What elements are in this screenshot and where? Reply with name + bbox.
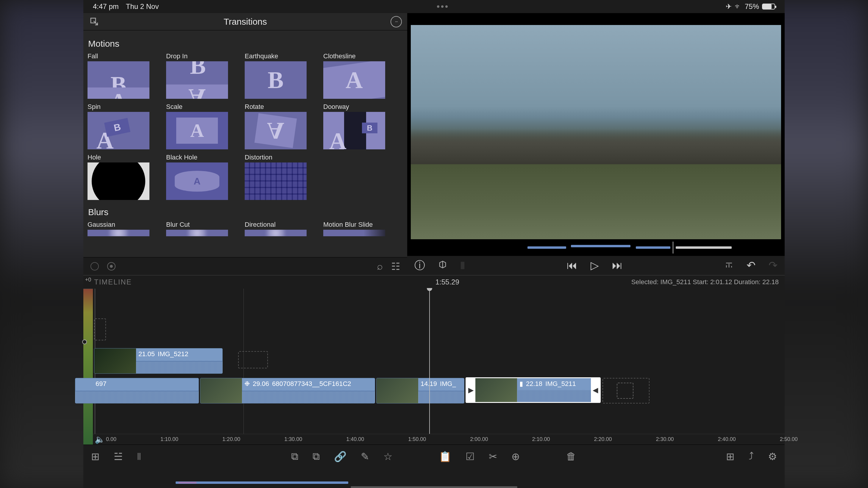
gear-icon[interactable]: ⚙ <box>768 451 777 462</box>
viewer-preview[interactable] <box>411 25 781 239</box>
trash-icon[interactable]: 🗑 <box>566 451 576 462</box>
timeline-offset: +0 <box>83 275 93 289</box>
viewer-mini-timeline[interactable] <box>407 239 785 256</box>
transition-distortion[interactable]: Distortion <box>245 154 307 200</box>
home-indicator[interactable] <box>351 486 517 488</box>
transitions-panel: Transitions ··· Motions FallBA Drop InBA… <box>83 13 407 275</box>
bars-icon[interactable]: ⦀ <box>137 451 141 462</box>
info-icon[interactable]: ⓘ <box>414 258 425 273</box>
check-icon[interactable]: ☑ <box>466 451 474 462</box>
transition-drop-in[interactable]: Drop InBA <box>166 53 228 99</box>
plus-icon[interactable]: ⊕ <box>512 451 520 462</box>
playhead[interactable] <box>429 289 430 434</box>
status-time: 4:47 pm <box>93 2 119 11</box>
section-blurs: Blurs <box>88 207 403 217</box>
stabilize-icon: ❉ <box>244 380 250 388</box>
clipboard-icon[interactable]: 📋 <box>439 451 451 462</box>
align-icon[interactable]: ⫴ <box>460 259 465 272</box>
tools-icon[interactable] <box>724 259 734 272</box>
next-icon[interactable]: ⏭ <box>612 259 623 272</box>
bottom-toolbar: ⊞ ☱ ⦀ ⧉ ⧉ 🔗 ✎ ☆ 📋 ☑ ✂ ⊕ 🗑 ⊞ ⤴ ⚙ <box>83 445 785 468</box>
transition-spin[interactable]: SpinAB <box>88 103 149 150</box>
share-icon[interactable]: ⤴ <box>749 451 754 462</box>
timeline-tracks[interactable]: 21.05IMG_5212 697 ❉29.0668070877343__5CF… <box>93 289 785 445</box>
transition-black-hole[interactable]: Black HoleA <box>166 154 228 200</box>
panel-title: Transitions <box>100 17 391 27</box>
pencil-icon[interactable]: ✎ <box>361 451 369 462</box>
transition-rotate[interactable]: RotateA <box>245 103 307 150</box>
timeline-current-time: 1:55.29 <box>435 278 459 286</box>
scissors-icon[interactable]: ✂ <box>489 451 497 462</box>
clip-img-5212[interactable]: 21.05IMG_5212 <box>94 348 223 374</box>
transition-clothesline[interactable]: ClotheslineA <box>323 53 385 99</box>
search-icon[interactable]: ⌕ <box>377 260 383 272</box>
clip-68070877343[interactable]: ❉29.0668070877343__5CF161C2 <box>200 378 375 403</box>
record-icon[interactable] <box>107 262 116 270</box>
timeline-ruler[interactable]: 🔈 0.00 1:10.00 1:20.00 1:30.00 1:40.00 1… <box>93 434 785 445</box>
clip-697[interactable]: 697 <box>75 378 199 403</box>
add-clip-icon[interactable]: ⊞ <box>91 451 99 462</box>
grid-icon[interactable]: ⊞ <box>726 451 734 462</box>
star-icon[interactable]: ☆ <box>383 451 392 462</box>
rect2-icon[interactable]: ⧉ <box>313 451 320 462</box>
clip-img-5211[interactable]: ▶ ▮22.18IMG_5211 ◀ <box>466 377 601 403</box>
transition-scale[interactable]: ScaleA <box>166 103 228 150</box>
timeline-label: TIMELINE <box>94 278 132 286</box>
status-date: Thu 2 Nov <box>126 2 159 11</box>
link-icon[interactable]: 🔗 <box>334 451 346 462</box>
reel-icon[interactable] <box>438 259 447 272</box>
transition-blur-cut[interactable]: Blur Cut <box>166 221 228 236</box>
transition-directional[interactable]: Directional <box>245 221 307 236</box>
camera-icon: ▮ <box>520 380 523 388</box>
transition-doorway[interactable]: DoorwayAB <box>323 103 385 150</box>
viewer: ⓘ ⫴ ⏮ ▷ ⏭ ↶ ↷ <box>407 13 785 275</box>
layers-icon[interactable]: ☱ <box>114 451 123 462</box>
clip-14-19[interactable]: 14.19IMG_ <box>376 378 464 403</box>
transitions-list[interactable]: Motions FallBA Drop InBA EarthquakeB Clo… <box>83 30 407 257</box>
airplane-icon: ✈ <box>726 2 732 11</box>
transition-hole[interactable]: Hole <box>88 154 149 200</box>
play-icon[interactable]: ▷ <box>591 259 599 272</box>
prev-icon[interactable]: ⏮ <box>567 259 578 272</box>
redo-icon[interactable]: ↷ <box>769 259 777 272</box>
battery-icon <box>762 4 775 9</box>
wifi-icon: ᯤ <box>735 2 742 11</box>
rect-icon[interactable]: ⧉ <box>291 451 298 462</box>
status-bar: 4:47 pm Thu 2 Nov ✈ ᯤ 75% <box>83 0 785 13</box>
transition-motion-blur-slide[interactable]: Motion Blur Slide <box>323 221 385 236</box>
battery-pct: 75% <box>745 2 759 11</box>
multitask-dots[interactable] <box>437 5 448 8</box>
transition-fall[interactable]: FallBA <box>88 53 149 99</box>
timeline-selection-info: Selected: IMG_5211 Start: 2:01.12 Durati… <box>631 278 779 286</box>
filter-icon[interactable]: ☷ <box>391 260 400 272</box>
audio-meter[interactable] <box>83 289 93 445</box>
more-icon[interactable]: ··· <box>391 16 402 27</box>
section-motions: Motions <box>88 39 403 49</box>
undo-icon[interactable]: ↶ <box>747 259 755 272</box>
transition-gaussian[interactable]: Gaussian <box>88 221 149 236</box>
volume-icon[interactable]: 🔈 <box>95 434 105 444</box>
approve-icon[interactable] <box>91 262 99 270</box>
expand-icon[interactable] <box>89 16 100 27</box>
transition-earthquake[interactable]: EarthquakeB <box>245 53 307 99</box>
